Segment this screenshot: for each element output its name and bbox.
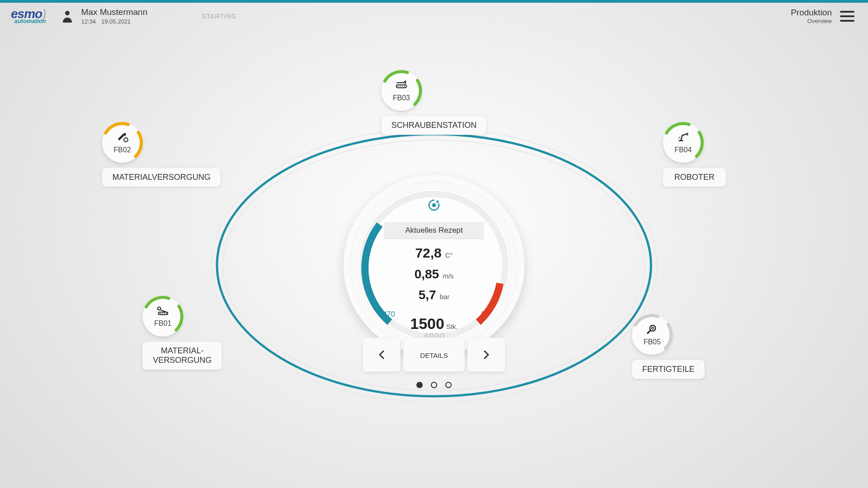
center-gauge: Aktuelles Rezept 72,8C° 0,85m/s 5,7bar 1… [344, 175, 524, 356]
machine-status: STARTING [202, 13, 237, 20]
details-button[interactable]: DETAILS [403, 338, 465, 372]
svg-point-12 [661, 121, 705, 164]
svg-point-10 [100, 121, 144, 164]
station-node-fb02[interactable]: FB02 [102, 122, 142, 163]
metric-pressure: 5,7bar [384, 288, 484, 302]
station-label-fb02[interactable]: MATERIALVERSORGUNG [102, 168, 221, 187]
station-label-fb01[interactable]: MATERIAL- VERSORGUNG [142, 341, 222, 370]
section-indicator: Produktion Overview [791, 8, 832, 24]
brand-logo: esmo) automation [11, 8, 46, 24]
gauge-nav-row: DETAILS [363, 338, 505, 372]
station-node-fb03[interactable]: FB03 [381, 70, 422, 111]
station-node-fb05[interactable]: FB05 [632, 314, 673, 355]
metric-temperature: 72,8C° [384, 245, 484, 261]
user-meta: 12:3419.05.2021 [81, 18, 147, 25]
refresh-icon[interactable] [427, 206, 441, 213]
page-dot-1[interactable] [416, 382, 423, 388]
station-node-fb04[interactable]: FB04 [663, 122, 703, 163]
svg-point-0 [65, 11, 70, 15]
user-icon [62, 10, 73, 23]
menu-button[interactable] [840, 11, 854, 22]
station-fb02: FB02 MATERIALVERSORGUNG [102, 122, 221, 187]
user-block: Max Mustermann 12:3419.05.2021 [62, 7, 147, 25]
topbar: esmo) automation Max Mustermann 12:3419.… [0, 3, 868, 30]
page-dot-2[interactable] [431, 382, 437, 388]
svg-point-23 [631, 313, 674, 357]
station-label-fb05[interactable]: FERTIGTEILE [632, 360, 705, 379]
prev-button[interactable] [363, 338, 401, 372]
station-node-fb01[interactable]: FB01 [142, 296, 183, 337]
station-label-fb03[interactable]: SCHRAUBENSTATION [381, 116, 487, 135]
recipe-label[interactable]: Aktuelles Rezept [384, 222, 484, 239]
bad-count: 30 [481, 310, 489, 319]
station-fb01: FB01 MATERIAL- VERSORGUNG [142, 296, 222, 370]
metric-speed: 0,85m/s [384, 267, 484, 282]
page-indicator [416, 382, 452, 388]
page-dot-3[interactable] [445, 382, 452, 388]
station-label-fb04[interactable]: ROBOTER [663, 168, 726, 187]
svg-point-16 [141, 295, 184, 338]
user-name: Max Mustermann [81, 7, 147, 17]
svg-point-27 [432, 203, 436, 207]
station-fb04: FB04 ROBOTER [663, 122, 726, 187]
station-fb03: FB03 SCHRAUBENSTATION [381, 70, 487, 135]
next-button[interactable] [467, 338, 505, 372]
station-fb05: FB05 FERTIGTEILE [632, 314, 705, 379]
main-canvas: FB03 SCHRAUBENSTATION FB02 MATERIALVERSO… [0, 30, 868, 482]
svg-point-4 [380, 69, 423, 113]
good-count: 1470 [379, 310, 395, 319]
